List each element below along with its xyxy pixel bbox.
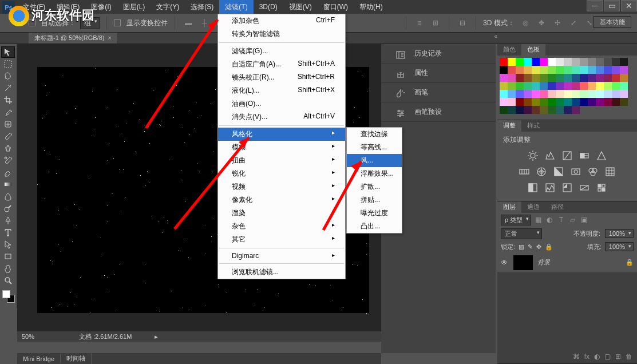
menu-s[interactable]: 选择(S): [185, 0, 219, 14]
swatch[interactable]: [596, 98, 604, 106]
healing-tool[interactable]: [1, 118, 15, 130]
menu-w[interactable]: 窗口(W): [318, 0, 354, 14]
status-arrow-icon[interactable]: ▸: [155, 333, 158, 341]
adj-vibrance-icon[interactable]: [595, 149, 608, 162]
document-tab[interactable]: 未标题-1 @ 50%(RGB/8) ×: [29, 33, 117, 43]
new-layer-icon[interactable]: ⊞: [615, 353, 621, 361]
menu-item-扭曲[interactable]: 扭曲: [218, 154, 345, 167]
swatch[interactable]: [604, 98, 612, 106]
layer-thumbnail[interactable]: [513, 255, 533, 270]
swatch[interactable]: [508, 74, 516, 82]
adj-selcolor-icon[interactable]: [595, 181, 608, 194]
swatch[interactable]: [508, 98, 516, 106]
menu-item-其它[interactable]: 其它: [218, 233, 345, 246]
swatch[interactable]: [604, 82, 612, 90]
menu-item-锐化[interactable]: 锐化: [218, 167, 345, 180]
swatch[interactable]: [524, 106, 532, 114]
layer-item-background[interactable]: 👁 背景 🔒: [497, 253, 637, 272]
menu-item-浮雕效果...[interactable]: 浮雕效果...: [347, 167, 402, 180]
layer-name[interactable]: 背景: [537, 258, 621, 267]
swatch[interactable]: [612, 66, 620, 74]
adj-colorbal-icon[interactable]: [535, 165, 548, 178]
filter-shape-icon[interactable]: ▱: [568, 215, 577, 224]
swatch[interactable]: [516, 82, 524, 90]
swatch[interactable]: [588, 66, 596, 74]
menu-item-扩散...[interactable]: 扩散...: [347, 180, 402, 193]
menu-v[interactable]: 视图(V): [283, 0, 318, 14]
blur-tool[interactable]: [1, 191, 15, 202]
hand-tool[interactable]: [1, 263, 15, 274]
swatch[interactable]: [516, 58, 524, 66]
swatch[interactable]: [588, 82, 596, 90]
menu-item-曝光过度[interactable]: 曝光过度: [347, 207, 402, 220]
panel-tab-颜色[interactable]: 颜色: [497, 44, 521, 56]
swatch[interactable]: [548, 58, 556, 66]
panel-collapse-icon[interactable]: «: [494, 33, 497, 39]
panel-strip-画笔[interactable]: 画笔: [381, 83, 496, 102]
swatch[interactable]: [620, 98, 628, 106]
rectangle-tool[interactable]: [1, 251, 15, 262]
show-transform-checkbox[interactable]: [114, 19, 121, 26]
swatch[interactable]: [564, 98, 572, 106]
menu-item-添加杂色[interactable]: 添加杂色Ctrl+F: [218, 14, 345, 27]
swatch[interactable]: [500, 98, 508, 106]
adj-invert-icon[interactable]: [527, 181, 539, 194]
swatch[interactable]: [516, 66, 524, 74]
swatch[interactable]: [532, 74, 540, 82]
gradient-tool[interactable]: [1, 179, 15, 190]
adj-thresh-icon[interactable]: [561, 181, 573, 194]
swatch[interactable]: [588, 90, 596, 98]
swatch[interactable]: [556, 74, 564, 82]
menu-item-像素化[interactable]: 像素化: [218, 193, 345, 207]
swatch[interactable]: [620, 74, 628, 82]
filter-adj-icon[interactable]: ◐: [545, 215, 554, 224]
lock-all-icon[interactable]: 🔒: [545, 243, 553, 251]
layer-filter-dropdown[interactable]: ρ 类型: [501, 215, 531, 225]
adj-gradmap-icon[interactable]: [578, 181, 591, 194]
swatch[interactable]: [596, 82, 604, 90]
panel-strip-历史记录[interactable]: 历史记录: [381, 44, 496, 64]
swatch[interactable]: [500, 58, 508, 66]
history-brush-tool[interactable]: [1, 155, 15, 166]
swatch[interactable]: [572, 58, 580, 66]
swatch[interactable]: [540, 58, 548, 66]
swatch[interactable]: [556, 98, 564, 106]
brush-tool[interactable]: [1, 130, 15, 142]
swatch[interactable]: [540, 74, 548, 82]
panel-strip-属性[interactable]: 属性: [381, 64, 496, 83]
lock-image-icon[interactable]: ✎: [528, 243, 533, 251]
menu-item-转换为智能滤镜[interactable]: 转换为智能滤镜: [218, 27, 345, 41]
adj-hue-icon[interactable]: [518, 165, 531, 178]
link-layers-icon[interactable]: ⌘: [573, 353, 580, 361]
bottom-tab-Mini Bridge[interactable]: Mini Bridge: [17, 354, 61, 363]
adj-mixer-icon[interactable]: [587, 165, 599, 178]
adj-bw-icon[interactable]: [552, 165, 565, 178]
swatch[interactable]: [564, 90, 572, 98]
swatch[interactable]: [508, 58, 516, 66]
layer-mask-icon[interactable]: ◐: [594, 353, 600, 361]
swatch[interactable]: [500, 66, 508, 74]
close-button[interactable]: ✕: [621, 0, 637, 11]
swatch[interactable]: [580, 66, 588, 74]
swatch[interactable]: [524, 90, 532, 98]
menu-item-模糊[interactable]: 模糊: [218, 141, 345, 154]
3d-slide-icon[interactable]: ⤢: [567, 17, 580, 29]
swatch[interactable]: [580, 58, 588, 66]
swatch[interactable]: [612, 82, 620, 90]
swatch[interactable]: [508, 90, 516, 98]
opacity-value[interactable]: 100%: [605, 229, 634, 238]
adj-photo-icon[interactable]: [569, 165, 582, 178]
3d-pan-icon[interactable]: ✥: [535, 17, 548, 29]
swatch[interactable]: [500, 82, 508, 90]
swatch[interactable]: [516, 90, 524, 98]
bottom-tab-时间轴[interactable]: 时间轴: [61, 353, 92, 364]
swatch[interactable]: [556, 58, 564, 66]
swatch[interactable]: [548, 106, 556, 114]
layer-style-icon[interactable]: fx: [584, 353, 589, 361]
lasso-tool[interactable]: [1, 70, 15, 82]
swatch[interactable]: [548, 74, 556, 82]
swatch[interactable]: [548, 98, 556, 106]
minimize-button[interactable]: ─: [587, 0, 603, 11]
eyedropper-tool[interactable]: [1, 106, 15, 118]
menu-item-滤镜库(G)...[interactable]: 滤镜库(G)...: [218, 45, 345, 58]
